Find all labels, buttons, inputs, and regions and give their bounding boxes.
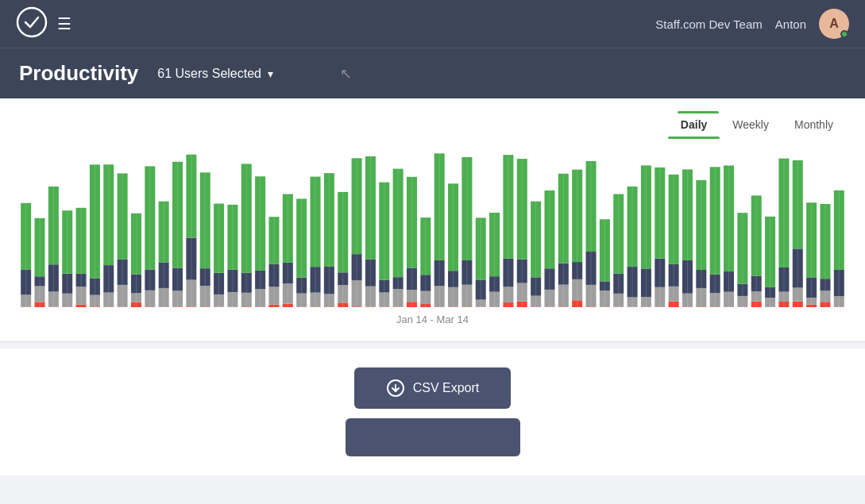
chart-container [19, 148, 846, 307]
main-content: Daily Weekly Monthly Jan 14 - Mar 14 CSV… [0, 98, 865, 475]
page-header: Productivity 61 Users Selected ▾ ↖ [0, 48, 865, 98]
users-selected-button[interactable]: 61 Users Selected ▾ [151, 63, 280, 84]
avatar-status-dot [840, 30, 848, 38]
tab-weekly[interactable]: Weekly [720, 113, 782, 136]
period-tabs: Daily Weekly Monthly [19, 113, 846, 136]
team-name: Staff.com Dev Team [655, 17, 763, 31]
csv-export-button[interactable]: CSV Export [354, 367, 512, 409]
csv-export-label: CSV Export [413, 381, 480, 395]
page-title: Productivity [19, 61, 138, 86]
second-export-button[interactable] [346, 418, 520, 456]
chart-card: Daily Weekly Monthly Jan 14 - Mar 14 [0, 98, 865, 342]
chart-date-label: Jan 14 - Mar 14 [19, 314, 846, 325]
tab-daily[interactable]: Daily [668, 113, 720, 136]
menu-icon[interactable]: ☰ [57, 14, 71, 33]
navbar-right: Staff.com Dev Team Anton A [655, 9, 849, 39]
svg-point-0 [17, 8, 46, 37]
avatar-initials: A [829, 17, 839, 31]
logo-icon [16, 6, 48, 38]
bar-chart [19, 148, 846, 307]
users-selected-label: 61 Users Selected [157, 67, 261, 81]
navbar: ☰ Staff.com Dev Team Anton A [0, 0, 865, 48]
download-icon [386, 379, 405, 398]
cursor-indicator: ↖ [340, 65, 352, 83]
export-card: CSV Export [0, 348, 865, 475]
logo[interactable] [16, 6, 48, 41]
tab-monthly[interactable]: Monthly [782, 113, 846, 136]
username: Anton [775, 17, 806, 31]
chevron-down-icon: ▾ [268, 67, 273, 80]
avatar[interactable]: A [819, 9, 849, 39]
